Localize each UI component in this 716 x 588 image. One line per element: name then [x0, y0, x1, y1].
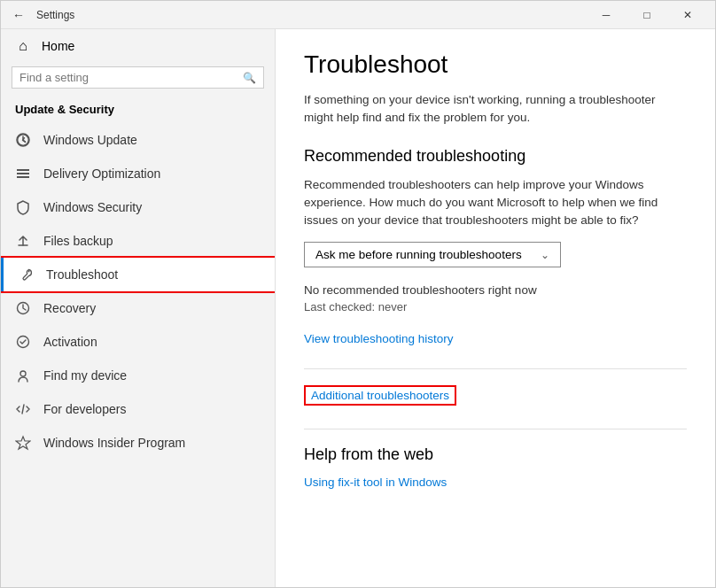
activation-icon: [15, 334, 31, 350]
for-developers-icon: [15, 401, 31, 417]
divider-2: [304, 429, 687, 429]
windows-security-icon: [15, 199, 31, 215]
status-sub: Last checked: never: [304, 300, 687, 313]
delivery-optimization-icon: [15, 166, 31, 182]
sidebar-item-activation[interactable]: Activation: [1, 325, 275, 359]
sidebar-item-windows-update[interactable]: Windows Update: [1, 123, 275, 157]
svg-rect-1: [17, 169, 29, 171]
page-subtitle: If something on your device isn't workin…: [304, 91, 685, 128]
delivery-optimization-label: Delivery Optimization: [43, 166, 160, 181]
for-developers-label: For developers: [43, 402, 126, 416]
sidebar-item-windows-security[interactable]: Windows Security: [1, 190, 275, 224]
troubleshoot-label: Troubleshoot: [46, 267, 118, 282]
recovery-icon: [15, 300, 31, 316]
sidebar-item-files-backup[interactable]: Files backup: [1, 224, 275, 258]
windows-insider-label: Windows Insider Program: [43, 436, 185, 450]
content-area: ⌂ Home 🔍 Update & Security Windows Updat…: [1, 29, 715, 587]
windows-insider-icon: [15, 435, 31, 451]
files-backup-icon: [15, 233, 31, 249]
recommended-section-title: Recommended troubleshooting: [304, 147, 687, 166]
sidebar: ⌂ Home 🔍 Update & Security Windows Updat…: [1, 29, 276, 587]
back-button[interactable]: ←: [8, 4, 29, 26]
divider: [304, 368, 687, 369]
recovery-label: Recovery: [43, 301, 96, 315]
status-text: No recommended troubleshooters right now: [304, 283, 687, 297]
close-button[interactable]: ✕: [667, 1, 708, 29]
files-backup-label: Files backup: [43, 234, 113, 248]
sidebar-item-windows-insider[interactable]: Windows Insider Program: [1, 426, 275, 460]
windows-update-icon: [15, 132, 31, 148]
titlebar: ← Settings ─ □ ✕: [1, 1, 715, 29]
sidebar-item-find-my-device[interactable]: Find my device: [1, 359, 275, 392]
windows-update-label: Windows Update: [43, 133, 137, 147]
svg-point-4: [28, 271, 30, 273]
svg-marker-8: [16, 437, 30, 449]
windows-security-label: Windows Security: [43, 200, 142, 214]
fix-it-link[interactable]: Using fix-it tool in Windows: [304, 476, 447, 489]
recommended-desc: Recommended troubleshooters can help imp…: [304, 176, 685, 230]
home-label: Home: [42, 39, 74, 53]
window-controls: ─ □ ✕: [586, 1, 708, 29]
sidebar-section-title: Update & Security: [1, 97, 275, 123]
settings-window: ← Settings ─ □ ✕ ⌂ Home 🔍 U: [0, 0, 716, 588]
dropdown-value: Ask me before running troubleshooters: [315, 248, 522, 261]
search-box[interactable]: 🔍: [12, 66, 264, 89]
find-my-device-label: Find my device: [43, 368, 127, 383]
home-icon: ⌂: [15, 38, 31, 54]
svg-rect-3: [17, 176, 29, 178]
view-history-link[interactable]: View troubleshooting history: [304, 332, 454, 345]
svg-rect-2: [17, 173, 29, 174]
troubleshoot-icon: [18, 267, 34, 282]
find-my-device-icon: [15, 368, 31, 383]
sidebar-item-troubleshoot[interactable]: Troubleshoot: [1, 258, 275, 291]
search-input[interactable]: [19, 71, 243, 84]
svg-point-6: [18, 337, 29, 348]
sidebar-item-delivery-optimization[interactable]: Delivery Optimization: [1, 157, 275, 190]
minimize-button[interactable]: ─: [586, 1, 626, 29]
main-content: Troubleshoot If something on your device…: [276, 29, 715, 587]
help-section-title: Help from the web: [304, 445, 687, 464]
page-title: Troubleshoot: [304, 50, 687, 79]
search-icon: 🔍: [243, 72, 256, 84]
sidebar-item-for-developers[interactable]: For developers: [1, 392, 275, 426]
chevron-down-icon: ⌄: [541, 249, 549, 261]
maximize-button[interactable]: □: [626, 1, 667, 29]
window-title: Settings: [36, 9, 586, 21]
home-nav-item[interactable]: ⌂ Home: [1, 29, 275, 63]
svg-point-7: [20, 371, 26, 376]
sidebar-item-recovery[interactable]: Recovery: [1, 291, 275, 325]
activation-label: Activation: [43, 335, 97, 349]
additional-troubleshooters-link[interactable]: Additional troubleshooters: [304, 385, 456, 406]
troubleshooter-dropdown[interactable]: Ask me before running troubleshooters ⌄: [304, 242, 561, 267]
